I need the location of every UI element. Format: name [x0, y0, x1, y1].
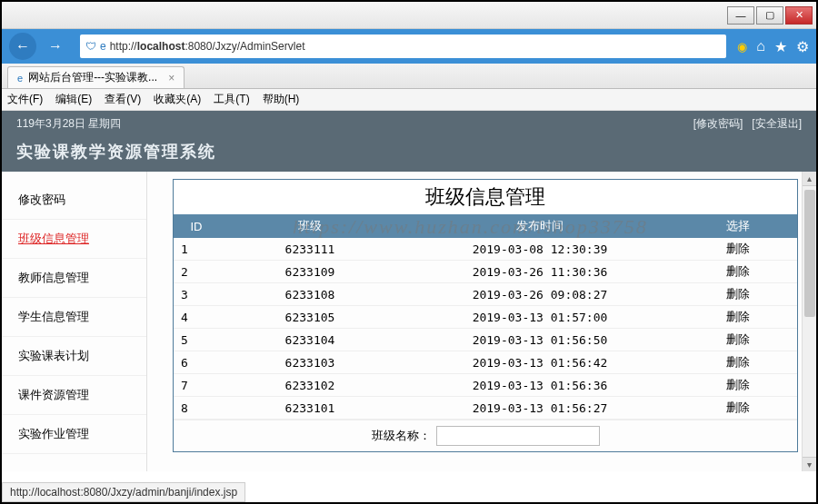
table-row: 662331032019-03-13 01:56:42删除 [174, 351, 797, 374]
cell-time: 2019-03-13 01:56:50 [401, 333, 679, 347]
table-row: 762331022019-03-13 01:56:36删除 [174, 374, 797, 397]
form-label: 班级名称： [372, 428, 431, 444]
menu-file[interactable]: 文件(F) [7, 92, 43, 107]
favorites-icon[interactable]: ★ [774, 38, 787, 55]
col-action: 选择 [679, 218, 797, 234]
vertical-scrollbar[interactable]: ▴ ▾ [802, 172, 816, 471]
col-class: 班级 [219, 218, 401, 234]
scroll-up-icon[interactable]: ▴ [803, 172, 816, 186]
back-button[interactable]: ← [9, 33, 36, 60]
cell-class: 6233111 [219, 242, 401, 256]
window-titlebar: — ▢ ✕ [2, 2, 816, 29]
class-panel: 班级信息管理 ID 班级 发布时间 选择 162331112019-03-08 … [173, 179, 798, 452]
delete-link[interactable]: 删除 [679, 241, 797, 257]
url-host: localhost [137, 40, 185, 53]
url-rest: :8080/Jxzy/AdminServlet [185, 40, 304, 53]
cell-class: 6233102 [219, 379, 401, 392]
cell-id: 4 [174, 311, 219, 324]
cell-class: 6233101 [219, 401, 401, 415]
cell-time: 2019-03-13 01:56:42 [401, 356, 679, 370]
home-icon[interactable]: ⌂ [756, 38, 765, 54]
cell-class: 6233108 [219, 288, 401, 301]
delete-link[interactable]: 删除 [679, 377, 797, 393]
menu-tools[interactable]: 工具(T) [214, 92, 249, 107]
cell-time: 2019-03-08 12:30:39 [401, 242, 679, 256]
cell-id: 3 [174, 288, 219, 301]
sidebar-item-lab-homework[interactable]: 实验作业管理 [2, 415, 146, 454]
cell-class: 6233105 [219, 311, 401, 324]
cell-id: 1 [174, 242, 219, 256]
delete-link[interactable]: 删除 [679, 263, 797, 280]
sidebar: 修改密码 班级信息管理 教师信息管理 学生信息管理 实验课表计划 课件资源管理 … [2, 172, 147, 471]
change-password-link[interactable]: [修改密码] [693, 117, 743, 130]
scroll-down-icon[interactable]: ▾ [803, 457, 816, 471]
address-bar[interactable]: 🛡 e http://localhost:8080/Jxzy/AdminServ… [80, 35, 726, 58]
cell-id: 6 [174, 356, 219, 370]
browser-tabbar: e 网站后台管理---实验课教... × [2, 64, 816, 89]
window-maximize-button[interactable]: ▢ [756, 6, 783, 25]
delete-link[interactable]: 删除 [679, 331, 797, 348]
window-minimize-button[interactable]: — [727, 6, 754, 25]
sidebar-item-class-info[interactable]: 班级信息管理 [2, 220, 146, 259]
forward-button[interactable]: → [42, 33, 69, 60]
app-title: 实验课教学资源管理系统 [16, 141, 802, 163]
table-row: 262331092019-03-26 11:30:36删除 [174, 261, 797, 283]
browser-tab[interactable]: e 网站后台管理---实验课教... × [7, 66, 185, 88]
col-id: ID [174, 220, 219, 233]
app-header: 119年3月28日 星期四 [修改密码] [安全退出] 实验课教学资源管理系统 [2, 111, 816, 172]
cell-time: 2019-03-26 09:08:27 [401, 288, 679, 301]
status-bar: http://localhost:8080/Jxzy/admin/banji/i… [2, 482, 245, 502]
main-content: https://www.huzhan.com/ishop33758 班级信息管理… [147, 172, 816, 471]
table-row: 362331082019-03-26 09:08:27删除 [174, 283, 797, 306]
cell-time: 2019-03-26 11:30:36 [401, 265, 679, 279]
menu-favorites[interactable]: 收藏夹(A) [154, 92, 201, 107]
cell-id: 5 [174, 333, 219, 347]
tab-title: 网站后台管理---实验课教... [28, 70, 157, 85]
col-time: 发布时间 [401, 218, 679, 234]
sidebar-item-password[interactable]: 修改密码 [2, 181, 146, 220]
delete-link[interactable]: 删除 [679, 309, 797, 325]
shield-icon: 🛡 [85, 40, 96, 53]
cell-id: 8 [174, 401, 219, 415]
ie-icon: e [100, 40, 106, 53]
url-prefix: http:// [110, 40, 137, 53]
bookmark-indicator-icon[interactable]: ◉ [737, 40, 747, 54]
sidebar-item-teacher-info[interactable]: 教师信息管理 [2, 259, 146, 298]
sidebar-item-lab-schedule[interactable]: 实验课表计划 [2, 337, 146, 376]
cell-time: 2019-03-13 01:56:27 [401, 401, 679, 415]
delete-link[interactable]: 删除 [679, 400, 797, 416]
browser-menubar: 文件(F) 编辑(E) 查看(V) 收藏夹(A) 工具(T) 帮助(H) [2, 89, 816, 111]
header-date: 119年3月28日 星期四 [16, 116, 121, 132]
window-close-button[interactable]: ✕ [785, 6, 813, 25]
tab-favicon-icon: e [17, 73, 23, 84]
cell-id: 7 [174, 379, 219, 392]
table-body: 162331112019-03-08 12:30:39删除26233109201… [174, 238, 797, 420]
scroll-thumb[interactable] [804, 190, 815, 317]
sidebar-item-student-info[interactable]: 学生信息管理 [2, 298, 146, 337]
table-row: 462331052019-03-13 01:57:00删除 [174, 306, 797, 329]
tab-close-icon[interactable]: × [168, 72, 175, 84]
logout-link[interactable]: [安全退出] [752, 117, 802, 130]
menu-view[interactable]: 查看(V) [105, 92, 141, 107]
table-row: 162331112019-03-08 12:30:39删除 [174, 238, 797, 261]
menu-edit[interactable]: 编辑(E) [55, 92, 92, 107]
form-row: 班级名称： [174, 420, 797, 451]
browser-navbar: ← → 🛡 e http://localhost:8080/Jxzy/Admin… [2, 29, 816, 64]
table-header: ID 班级 发布时间 选择 [174, 214, 797, 238]
cell-class: 6233109 [219, 265, 401, 279]
sidebar-item-courseware[interactable]: 课件资源管理 [2, 376, 146, 415]
settings-gear-icon[interactable]: ⚙ [796, 38, 809, 55]
delete-link[interactable]: 删除 [679, 354, 797, 371]
table-row: 862331012019-03-13 01:56:27删除 [174, 397, 797, 420]
delete-link[interactable]: 删除 [679, 286, 797, 302]
cell-time: 2019-03-13 01:56:36 [401, 379, 679, 392]
app-body: 修改密码 班级信息管理 教师信息管理 学生信息管理 实验课表计划 课件资源管理 … [2, 172, 816, 471]
panel-title: 班级信息管理 [174, 180, 797, 214]
class-name-input[interactable] [436, 426, 600, 446]
menu-help[interactable]: 帮助(H) [263, 92, 300, 107]
cell-id: 2 [174, 265, 219, 279]
app-root: 119年3月28日 星期四 [修改密码] [安全退出] 实验课教学资源管理系统 … [2, 111, 816, 467]
table-row: 562331042019-03-13 01:56:50删除 [174, 329, 797, 351]
cell-time: 2019-03-13 01:57:00 [401, 311, 679, 324]
cell-class: 6233103 [219, 356, 401, 370]
